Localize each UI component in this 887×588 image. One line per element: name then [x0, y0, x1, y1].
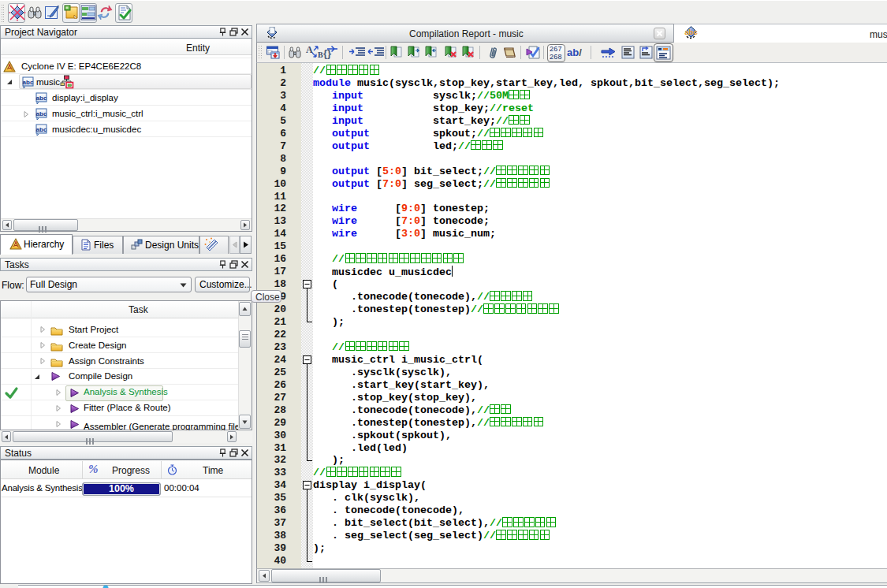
svg-text:abc: abc: [36, 110, 47, 117]
svg-text:abc: abc: [23, 79, 34, 86]
svg-text:abc: abc: [36, 126, 47, 133]
svg-text:abc: abc: [684, 28, 697, 36]
svg-text:abc: abc: [36, 95, 47, 102]
